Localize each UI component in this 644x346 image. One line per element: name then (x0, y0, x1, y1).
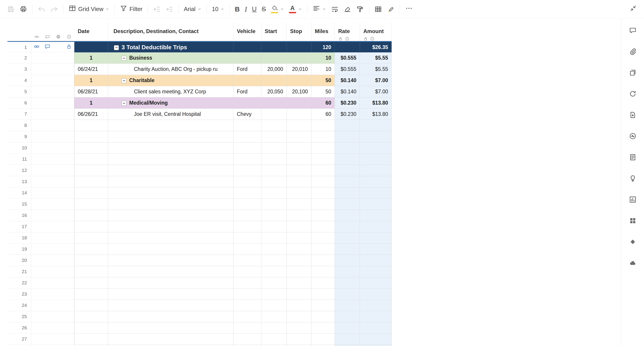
cell-rate[interactable]: $0.140 (335, 86, 360, 97)
cell-stop[interactable]: 20,010 (287, 64, 312, 75)
row-number[interactable]: 9 (8, 131, 31, 142)
fill-color-button[interactable] (268, 2, 286, 16)
apps-button[interactable] (626, 214, 640, 228)
row-number[interactable]: 11 (8, 154, 31, 165)
cell-rate[interactable] (335, 210, 360, 221)
cell-miles[interactable]: 50 (312, 75, 335, 86)
cell-date[interactable] (74, 42, 108, 52)
redo-button[interactable] (48, 2, 60, 16)
cell-description[interactable] (108, 165, 234, 176)
cell-description[interactable]: Client sales meeting, XYZ Corp (108, 86, 234, 97)
cell-stop[interactable] (287, 277, 312, 289)
cell-amount[interactable] (360, 154, 392, 165)
cell-vehicle[interactable] (234, 142, 261, 154)
cell-start[interactable] (261, 345, 287, 346)
cell-rate[interactable] (335, 300, 360, 311)
column-header-amount[interactable]: Amount (360, 22, 392, 41)
cell-description[interactable] (108, 142, 234, 154)
cell-description[interactable] (108, 345, 234, 346)
cell-amount[interactable] (360, 131, 392, 142)
cell-vehicle[interactable] (234, 345, 261, 346)
cell-miles[interactable] (312, 232, 335, 244)
cell-start[interactable] (261, 52, 287, 64)
sheet-summary-button[interactable] (626, 151, 640, 164)
cell-start[interactable] (261, 334, 287, 345)
row-number[interactable]: 19 (8, 244, 31, 255)
cell-date[interactable]: 06/28/21 (74, 86, 108, 97)
row-number-header[interactable] (8, 22, 31, 41)
cell-amount[interactable] (360, 277, 392, 289)
cell-date[interactable] (74, 266, 108, 277)
row-number[interactable]: 4 (8, 75, 31, 86)
cell-description[interactable]: Charity Auction, ABC Org - pickup ru (108, 64, 234, 75)
cell-miles[interactable] (312, 154, 335, 165)
cell-date[interactable] (74, 345, 108, 346)
cell-start[interactable] (261, 300, 287, 311)
cell-rate[interactable]: $0.555 (335, 64, 360, 75)
cell-vehicle[interactable] (234, 266, 261, 277)
row-number[interactable]: 5 (8, 86, 31, 97)
cell-rate[interactable] (335, 266, 360, 277)
row-number[interactable]: 23 (8, 289, 31, 300)
cell-stop[interactable] (287, 289, 312, 300)
cell-amount[interactable]: $7.00 (360, 86, 392, 97)
save-button[interactable] (4, 2, 17, 16)
cell-rate[interactable] (335, 255, 360, 266)
cell-stop[interactable] (287, 52, 312, 64)
cloud-button[interactable] (626, 256, 640, 270)
cell-rate[interactable] (335, 277, 360, 289)
collapse-toggle-icon[interactable]: − (114, 45, 119, 50)
update-requests-button[interactable] (626, 87, 640, 101)
highlight-button[interactable] (384, 2, 397, 16)
cell-date[interactable]: 06/26/21 (74, 109, 108, 120)
cell-date[interactable] (74, 176, 108, 188)
column-header-rate[interactable]: Rate (335, 22, 360, 41)
cell-description[interactable] (108, 334, 234, 345)
cell-date[interactable] (74, 188, 108, 199)
cell-miles[interactable] (312, 322, 335, 334)
cell-miles[interactable] (312, 255, 335, 266)
cell-date[interactable]: 1 (74, 52, 108, 64)
cell-stop[interactable] (287, 244, 312, 255)
cell-stop[interactable] (287, 131, 312, 142)
print-button[interactable] (17, 2, 30, 16)
filter-button[interactable]: Filter (117, 2, 145, 16)
cell-stop[interactable] (287, 109, 312, 120)
cell-stop[interactable] (287, 255, 312, 266)
cell-start[interactable] (261, 311, 287, 322)
cell-miles[interactable] (312, 300, 335, 311)
cell-rate[interactable] (335, 345, 360, 346)
row-number[interactable]: 20 (8, 255, 31, 266)
cell-description[interactable] (108, 199, 234, 210)
cell-amount[interactable] (360, 311, 392, 322)
cell-start[interactable] (261, 289, 287, 300)
cell-amount[interactable]: $5.55 (360, 64, 392, 75)
align-button[interactable] (310, 2, 328, 16)
cell-vehicle[interactable] (234, 165, 261, 176)
cell-rate[interactable]: $0.230 (335, 109, 360, 120)
row-lock-icon[interactable] (66, 44, 72, 50)
clear-format-button[interactable] (341, 2, 354, 16)
row-number[interactable]: 15 (8, 199, 31, 210)
column-header-stop[interactable]: Stop (287, 22, 312, 41)
cell-miles[interactable]: 60 (312, 109, 335, 120)
cell-amount[interactable] (360, 322, 392, 334)
row-number[interactable]: 6 (8, 97, 31, 109)
row-number[interactable]: 13 (8, 176, 31, 188)
underline-button[interactable]: U (250, 2, 259, 16)
cell-date[interactable]: 1 (74, 75, 108, 86)
more-options-button[interactable] (403, 2, 415, 16)
cell-miles[interactable] (312, 244, 335, 255)
cell-date[interactable] (74, 289, 108, 300)
cell-vehicle[interactable] (234, 176, 261, 188)
cell-description[interactable]: −3 Total Deductible Trips (108, 42, 234, 52)
cell-stop[interactable] (287, 188, 312, 199)
cell-description[interactable] (108, 255, 234, 266)
cell-start[interactable] (261, 199, 287, 210)
cell-vehicle[interactable] (234, 199, 261, 210)
cell-amount[interactable] (360, 345, 392, 346)
comment-column-header[interactable] (42, 22, 53, 41)
cell-stop[interactable] (287, 176, 312, 188)
cell-amount[interactable] (360, 300, 392, 311)
cell-miles[interactable]: 120 (312, 42, 335, 52)
